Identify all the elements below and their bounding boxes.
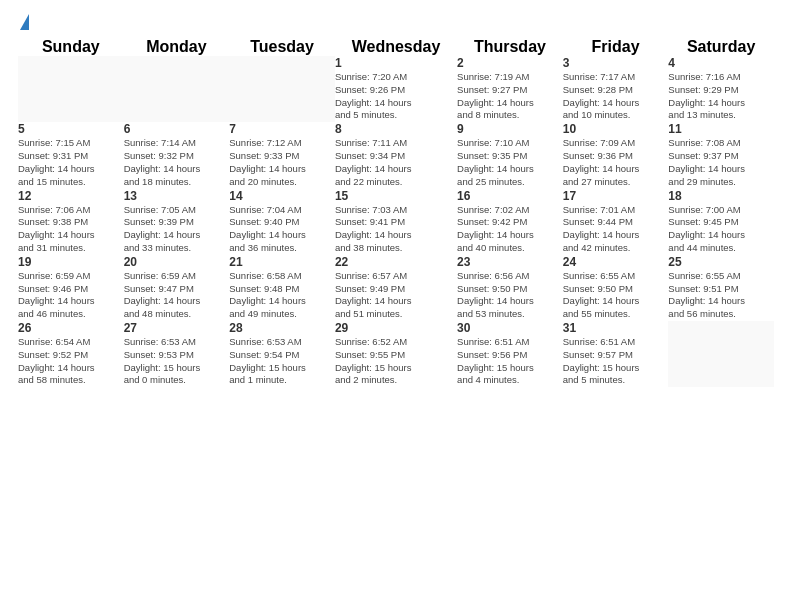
day-number: 17 <box>563 189 669 203</box>
day-number: 28 <box>229 321 335 335</box>
day-cell: 16Sunrise: 7:02 AM Sunset: 9:42 PM Dayli… <box>457 189 563 255</box>
day-number: 1 <box>335 56 457 70</box>
day-info: Sunrise: 7:04 AM Sunset: 9:40 PM Dayligh… <box>229 204 335 255</box>
day-info: Sunrise: 6:53 AM Sunset: 9:53 PM Dayligh… <box>124 336 230 387</box>
day-cell: 1Sunrise: 7:20 AM Sunset: 9:26 PM Daylig… <box>335 56 457 122</box>
day-number: 7 <box>229 122 335 136</box>
day-info: Sunrise: 6:57 AM Sunset: 9:49 PM Dayligh… <box>335 270 457 321</box>
day-cell: 23Sunrise: 6:56 AM Sunset: 9:50 PM Dayli… <box>457 255 563 321</box>
day-info: Sunrise: 6:51 AM Sunset: 9:57 PM Dayligh… <box>563 336 669 387</box>
day-number: 2 <box>457 56 563 70</box>
day-info: Sunrise: 6:54 AM Sunset: 9:52 PM Dayligh… <box>18 336 124 387</box>
day-number: 19 <box>18 255 124 269</box>
day-info: Sunrise: 7:16 AM Sunset: 9:29 PM Dayligh… <box>668 71 774 122</box>
day-number: 14 <box>229 189 335 203</box>
day-number: 4 <box>668 56 774 70</box>
day-info: Sunrise: 6:59 AM Sunset: 9:46 PM Dayligh… <box>18 270 124 321</box>
day-number: 18 <box>668 189 774 203</box>
day-number: 9 <box>457 122 563 136</box>
day-info: Sunrise: 7:19 AM Sunset: 9:27 PM Dayligh… <box>457 71 563 122</box>
day-cell: 12Sunrise: 7:06 AM Sunset: 9:38 PM Dayli… <box>18 189 124 255</box>
day-info: Sunrise: 7:09 AM Sunset: 9:36 PM Dayligh… <box>563 137 669 188</box>
day-cell: 5Sunrise: 7:15 AM Sunset: 9:31 PM Daylig… <box>18 122 124 188</box>
day-number: 5 <box>18 122 124 136</box>
day-number: 27 <box>124 321 230 335</box>
day-info: Sunrise: 7:00 AM Sunset: 9:45 PM Dayligh… <box>668 204 774 255</box>
day-info: Sunrise: 6:56 AM Sunset: 9:50 PM Dayligh… <box>457 270 563 321</box>
day-number: 29 <box>335 321 457 335</box>
weekday-header-saturday: Saturday <box>668 38 774 56</box>
day-number: 23 <box>457 255 563 269</box>
day-number: 24 <box>563 255 669 269</box>
day-number: 8 <box>335 122 457 136</box>
day-cell <box>18 56 124 122</box>
day-number: 13 <box>124 189 230 203</box>
day-number: 22 <box>335 255 457 269</box>
day-cell: 4Sunrise: 7:16 AM Sunset: 9:29 PM Daylig… <box>668 56 774 122</box>
day-info: Sunrise: 7:06 AM Sunset: 9:38 PM Dayligh… <box>18 204 124 255</box>
day-info: Sunrise: 7:02 AM Sunset: 9:42 PM Dayligh… <box>457 204 563 255</box>
day-info: Sunrise: 6:53 AM Sunset: 9:54 PM Dayligh… <box>229 336 335 387</box>
day-info: Sunrise: 7:03 AM Sunset: 9:41 PM Dayligh… <box>335 204 457 255</box>
day-cell: 26Sunrise: 6:54 AM Sunset: 9:52 PM Dayli… <box>18 321 124 387</box>
day-info: Sunrise: 7:08 AM Sunset: 9:37 PM Dayligh… <box>668 137 774 188</box>
day-cell <box>668 321 774 387</box>
day-info: Sunrise: 7:01 AM Sunset: 9:44 PM Dayligh… <box>563 204 669 255</box>
week-row-3: 12Sunrise: 7:06 AM Sunset: 9:38 PM Dayli… <box>18 189 774 255</box>
day-info: Sunrise: 6:58 AM Sunset: 9:48 PM Dayligh… <box>229 270 335 321</box>
day-number: 16 <box>457 189 563 203</box>
day-cell: 6Sunrise: 7:14 AM Sunset: 9:32 PM Daylig… <box>124 122 230 188</box>
day-cell: 30Sunrise: 6:51 AM Sunset: 9:56 PM Dayli… <box>457 321 563 387</box>
day-number: 6 <box>124 122 230 136</box>
week-row-1: 1Sunrise: 7:20 AM Sunset: 9:26 PM Daylig… <box>18 56 774 122</box>
day-cell: 20Sunrise: 6:59 AM Sunset: 9:47 PM Dayli… <box>124 255 230 321</box>
day-cell: 28Sunrise: 6:53 AM Sunset: 9:54 PM Dayli… <box>229 321 335 387</box>
day-number: 10 <box>563 122 669 136</box>
day-cell: 2Sunrise: 7:19 AM Sunset: 9:27 PM Daylig… <box>457 56 563 122</box>
day-info: Sunrise: 7:11 AM Sunset: 9:34 PM Dayligh… <box>335 137 457 188</box>
day-cell: 8Sunrise: 7:11 AM Sunset: 9:34 PM Daylig… <box>335 122 457 188</box>
day-info: Sunrise: 7:17 AM Sunset: 9:28 PM Dayligh… <box>563 71 669 122</box>
day-cell: 22Sunrise: 6:57 AM Sunset: 9:49 PM Dayli… <box>335 255 457 321</box>
weekday-header-friday: Friday <box>563 38 669 56</box>
day-info: Sunrise: 7:10 AM Sunset: 9:35 PM Dayligh… <box>457 137 563 188</box>
day-number: 11 <box>668 122 774 136</box>
day-cell: 7Sunrise: 7:12 AM Sunset: 9:33 PM Daylig… <box>229 122 335 188</box>
day-info: Sunrise: 6:59 AM Sunset: 9:47 PM Dayligh… <box>124 270 230 321</box>
day-cell: 18Sunrise: 7:00 AM Sunset: 9:45 PM Dayli… <box>668 189 774 255</box>
day-cell: 31Sunrise: 6:51 AM Sunset: 9:57 PM Dayli… <box>563 321 669 387</box>
day-info: Sunrise: 7:15 AM Sunset: 9:31 PM Dayligh… <box>18 137 124 188</box>
day-info: Sunrise: 6:55 AM Sunset: 9:50 PM Dayligh… <box>563 270 669 321</box>
day-cell: 11Sunrise: 7:08 AM Sunset: 9:37 PM Dayli… <box>668 122 774 188</box>
day-number: 20 <box>124 255 230 269</box>
day-number: 31 <box>563 321 669 335</box>
day-cell <box>124 56 230 122</box>
page-header <box>0 0 792 38</box>
day-cell: 15Sunrise: 7:03 AM Sunset: 9:41 PM Dayli… <box>335 189 457 255</box>
day-cell: 3Sunrise: 7:17 AM Sunset: 9:28 PM Daylig… <box>563 56 669 122</box>
weekday-header-thursday: Thursday <box>457 38 563 56</box>
day-cell: 24Sunrise: 6:55 AM Sunset: 9:50 PM Dayli… <box>563 255 669 321</box>
day-number: 3 <box>563 56 669 70</box>
weekday-header-sunday: Sunday <box>18 38 124 56</box>
day-number: 30 <box>457 321 563 335</box>
day-cell: 25Sunrise: 6:55 AM Sunset: 9:51 PM Dayli… <box>668 255 774 321</box>
weekday-header-tuesday: Tuesday <box>229 38 335 56</box>
day-info: Sunrise: 7:14 AM Sunset: 9:32 PM Dayligh… <box>124 137 230 188</box>
week-row-2: 5Sunrise: 7:15 AM Sunset: 9:31 PM Daylig… <box>18 122 774 188</box>
day-cell: 29Sunrise: 6:52 AM Sunset: 9:55 PM Dayli… <box>335 321 457 387</box>
day-cell: 10Sunrise: 7:09 AM Sunset: 9:36 PM Dayli… <box>563 122 669 188</box>
day-number: 12 <box>18 189 124 203</box>
day-cell: 21Sunrise: 6:58 AM Sunset: 9:48 PM Dayli… <box>229 255 335 321</box>
day-number: 26 <box>18 321 124 335</box>
weekday-header-row: SundayMondayTuesdayWednesdayThursdayFrid… <box>18 38 774 56</box>
day-info: Sunrise: 7:20 AM Sunset: 9:26 PM Dayligh… <box>335 71 457 122</box>
day-info: Sunrise: 6:51 AM Sunset: 9:56 PM Dayligh… <box>457 336 563 387</box>
day-info: Sunrise: 6:52 AM Sunset: 9:55 PM Dayligh… <box>335 336 457 387</box>
day-number: 15 <box>335 189 457 203</box>
day-number: 25 <box>668 255 774 269</box>
logo <box>18 12 29 32</box>
day-cell: 14Sunrise: 7:04 AM Sunset: 9:40 PM Dayli… <box>229 189 335 255</box>
day-cell: 19Sunrise: 6:59 AM Sunset: 9:46 PM Dayli… <box>18 255 124 321</box>
day-cell: 9Sunrise: 7:10 AM Sunset: 9:35 PM Daylig… <box>457 122 563 188</box>
